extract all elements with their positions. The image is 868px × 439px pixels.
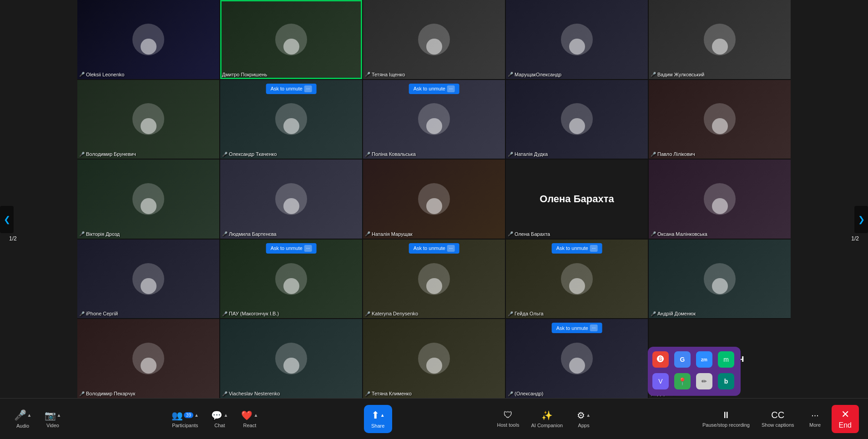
mute-icon-1: 🎤 <box>79 72 85 77</box>
app-icon-google2[interactable]: G <box>674 351 691 368</box>
share-chevron[interactable]: ▲ <box>380 413 385 418</box>
end-label: End <box>839 421 852 429</box>
ask-unmute-button-24[interactable]: Ask to unmute ··· <box>552 323 602 333</box>
apps-label: Apps <box>578 423 590 428</box>
mute-icon-7: 🎤 <box>222 152 227 157</box>
participant-cell-16: 🎤 iPhone Сергій <box>77 239 219 319</box>
chat-icon: 💬 <box>211 410 222 421</box>
mute-icon-9: 🎤 <box>508 152 513 157</box>
next-page-button[interactable]: ❯ <box>854 206 868 233</box>
host-tools-button[interactable]: 🛡 Host tools <box>493 406 524 431</box>
ask-unmute-button-18[interactable]: Ask to unmute ··· <box>409 243 459 254</box>
mute-icon-16: 🎤 <box>79 311 85 316</box>
participant-cell-7: Ask to unmute ··· 🎤 Олександр Ткаченко <box>220 80 362 159</box>
mute-icon-19: 🎤 <box>508 311 513 316</box>
participant-name-21: 🎤 Володимир Пекарчук <box>79 391 135 396</box>
prev-page-button[interactable]: ❮ <box>0 206 14 233</box>
pause-recording-button[interactable]: ⏸ Pause/stop recording <box>698 406 754 431</box>
more-icon: ··· <box>811 410 819 420</box>
participant-cell-5: 🎤 Вадим Жулковський <box>649 0 791 79</box>
show-captions-label: Show captions <box>762 422 794 428</box>
participant-cell-6: 🎤 Володимир Бруневич <box>77 80 219 159</box>
share-button[interactable]: ⬆ ▲ Share <box>364 405 392 433</box>
mute-icon-10: 🎤 <box>651 152 656 157</box>
share-icon: ⬆ <box>371 409 379 421</box>
more-options-17[interactable]: ··· <box>304 245 312 252</box>
react-button[interactable]: ❤️ ▲ React <box>236 406 263 432</box>
react-chevron[interactable]: ▲ <box>253 413 258 418</box>
mute-icon-20: 🎤 <box>651 311 656 316</box>
show-captions-button[interactable]: CC Show captions <box>757 406 799 431</box>
page-indicator-left: 1/2 <box>9 235 17 242</box>
participants-chevron[interactable]: ▲ <box>194 413 199 418</box>
ask-unmute-button-7[interactable]: Ask to unmute ··· <box>266 84 317 94</box>
participant-name-6: 🎤 Володимир Бруневич <box>79 151 136 157</box>
app-icon-viber[interactable]: V <box>652 373 669 389</box>
participant-name-19: 🎤 Гейда Ольга <box>508 311 544 316</box>
app-icon-green[interactable]: m <box>718 351 734 368</box>
toolbar: 🎤 ▲ Audio 📷 ▲ Video 👥 39 ▲ Participants … <box>0 398 868 439</box>
participant-name-14: 🎤 Олена Барахта <box>508 231 550 237</box>
participants-button[interactable]: 👥 39 ▲ Participants <box>167 406 203 432</box>
participant-name-8: 🎤 Поліна Ковальська <box>365 151 416 157</box>
ai-companion-icon: ✨ <box>541 410 553 421</box>
apps-chevron[interactable]: ▲ <box>586 413 590 418</box>
participant-name-4: 🎤 МарущакОлександр <box>508 72 561 77</box>
participants-count-badge: 39 <box>184 412 193 418</box>
mute-icon-5: 🎤 <box>651 72 656 77</box>
more-options-19[interactable]: ··· <box>590 245 597 252</box>
app-icon-maps[interactable]: 📍 <box>674 373 691 389</box>
app-icon-bing[interactable]: b <box>718 373 734 389</box>
ask-unmute-button-19[interactable]: Ask to unmute ··· <box>552 243 602 254</box>
participant-display-name-14: Олена Барахта <box>506 160 648 239</box>
chat-button[interactable]: 💬 ▲ Chat <box>206 406 233 432</box>
video-button[interactable]: 📷 ▲ Video <box>39 406 66 432</box>
audio-chevron[interactable]: ▲ <box>27 413 32 418</box>
pause-icon: ⏸ <box>722 410 731 420</box>
microphone-icon: 🎤 <box>14 409 26 421</box>
more-options-8[interactable]: ··· <box>447 85 454 92</box>
participant-name-18: 🎤 Kateryna Denysenko <box>365 311 418 316</box>
more-label: More <box>809 422 821 428</box>
camera-icon: 📷 <box>45 410 56 421</box>
more-options-18[interactable]: ··· <box>447 245 454 252</box>
participants-icon: 👥 <box>172 410 183 421</box>
app-icon-zoom[interactable]: zm <box>696 351 712 368</box>
ai-companion-label: AI Companion <box>531 423 563 428</box>
ask-unmute-button-8[interactable]: Ask to unmute ··· <box>409 84 459 94</box>
participant-name-11: 🎤 Вікторія Дрозд <box>79 231 120 237</box>
more-options-7[interactable]: ··· <box>304 85 312 92</box>
mute-icon-14: 🎤 <box>508 231 513 236</box>
video-chevron[interactable]: ▲ <box>57 413 61 418</box>
toolbar-left-group: 🎤 ▲ Audio 📷 ▲ Video <box>9 406 66 432</box>
participant-cell-23: 🎤 Тетяна Клименко <box>363 319 505 398</box>
participant-cell-24: Ask to unmute ··· 🎤 (Олександр) <box>506 319 648 398</box>
mute-icon-23: 🎤 <box>365 391 370 396</box>
participant-cell-8: Ask to unmute ··· 🎤 Поліна Ковальська <box>363 80 505 159</box>
ai-companion-button[interactable]: ✨ AI Companion <box>526 406 567 432</box>
participant-cell-22: 🎤 Viacheslav Nesterenko <box>220 319 362 398</box>
apps-button[interactable]: ⚙ ▲ Apps <box>570 406 597 432</box>
ask-unmute-button-17[interactable]: Ask to unmute ··· <box>266 243 317 254</box>
toolbar-center-left-group: 👥 39 ▲ Participants 💬 ▲ Chat ❤️ ▲ React <box>167 406 263 432</box>
mute-icon-15: 🎤 <box>651 231 656 236</box>
app-icon-unknown[interactable]: ✏ <box>696 373 712 389</box>
participant-name-24: 🎤 (Олександр) <box>508 391 543 396</box>
more-options-24[interactable]: ··· <box>590 324 597 331</box>
participant-cell-19: Ask to unmute ··· 🎤 Гейда Ольга <box>506 239 648 319</box>
end-button[interactable]: ✕ End <box>832 405 859 433</box>
app-icon-google[interactable]: 🅖 <box>652 351 669 368</box>
participant-cell-13: 🎤 Наталія Марущак <box>363 160 505 239</box>
end-x-icon: ✕ <box>841 409 849 420</box>
participant-name-13: 🎤 Наталія Марущак <box>365 231 413 237</box>
participant-name-16: 🎤 iPhone Сергій <box>79 311 118 316</box>
audio-button[interactable]: 🎤 ▲ Audio <box>9 406 36 432</box>
participant-cell-10: 🎤 Павло Лілікович <box>649 80 791 159</box>
participant-cell-15: 🎤 Оксана Малінковська <box>649 160 791 239</box>
more-button[interactable]: ··· More <box>802 406 829 431</box>
participant-cell-14: Олена Барахта 🎤 Олена Барахта <box>506 160 648 239</box>
participant-cell-3: 🎤 Тетяна Іщенко <box>363 0 505 79</box>
mute-icon-18: 🎤 <box>365 311 370 316</box>
chat-chevron[interactable]: ▲ <box>223 413 228 418</box>
participant-name-20: 🎤 Андрій Доменюк <box>651 311 696 316</box>
